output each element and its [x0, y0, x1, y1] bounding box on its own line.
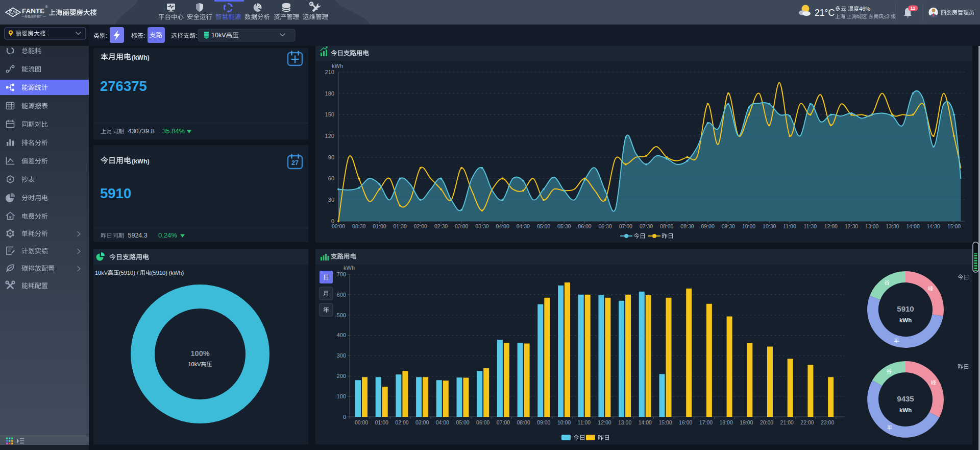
svg-text:11: 11	[911, 6, 916, 11]
svg-text:06:00: 06:00	[476, 419, 489, 425]
svg-text:®: ®	[45, 5, 48, 9]
svg-text:(kWh): (kWh)	[132, 158, 150, 165]
svg-text:13:00: 13:00	[865, 223, 878, 229]
svg-text:10:00: 10:00	[742, 223, 755, 229]
svg-text:05:30: 05:30	[557, 223, 571, 229]
svg-text:21°C: 21°C	[815, 8, 835, 18]
svg-text:17:00: 17:00	[699, 419, 713, 425]
svg-text:04:00: 04:00	[496, 223, 509, 229]
svg-text:0.24%: 0.24%	[158, 231, 177, 239]
svg-text:04:30: 04:30	[517, 223, 530, 229]
svg-text:15:00: 15:00	[658, 419, 672, 425]
svg-text:10kV: 10kV	[95, 270, 108, 276]
svg-text:FANTE: FANTE	[22, 7, 44, 15]
svg-text:0: 0	[343, 414, 346, 420]
svg-text:210: 210	[325, 69, 334, 75]
svg-text:kWh: kWh	[332, 63, 343, 69]
svg-text:01:00: 01:00	[373, 223, 386, 229]
svg-text:600: 600	[337, 292, 346, 298]
svg-text:15:00: 15:00	[947, 223, 961, 229]
svg-text:08:00: 08:00	[660, 223, 673, 229]
svg-text:13:30: 13:30	[886, 223, 899, 229]
svg-text:04:00: 04:00	[436, 419, 449, 425]
svg-text:100%: 100%	[191, 349, 210, 358]
svg-text:10kV: 10kV	[211, 32, 226, 39]
svg-text:14:30: 14:30	[927, 223, 940, 229]
svg-text:10:00: 10:00	[557, 419, 571, 425]
svg-text:03:00: 03:00	[415, 419, 429, 425]
svg-text:5924.3: 5924.3	[128, 232, 148, 239]
svg-text:06:00: 06:00	[578, 223, 591, 229]
svg-text::: :	[195, 32, 197, 39]
svg-text:100: 100	[337, 393, 346, 399]
svg-text:05:00: 05:00	[456, 419, 469, 425]
svg-text:00:00: 00:00	[332, 223, 345, 229]
svg-text:02:30: 02:30	[434, 223, 448, 229]
svg-text:¥: ¥	[9, 215, 12, 220]
svg-text:11:00: 11:00	[578, 419, 591, 425]
svg-text:18:00: 18:00	[720, 419, 733, 425]
svg-text:08:00: 08:00	[517, 419, 530, 425]
svg-text:12:00: 12:00	[598, 419, 611, 425]
svg-text:11:30: 11:30	[804, 223, 817, 229]
svg-text:300: 300	[337, 352, 346, 359]
svg-text:kWh: kWh	[899, 317, 912, 323]
svg-text:05:00: 05:00	[537, 223, 550, 229]
svg-text:200: 200	[337, 373, 346, 379]
svg-text:5910: 5910	[100, 185, 131, 201]
svg-text:27: 27	[291, 159, 299, 167]
svg-text:09:30: 09:30	[722, 223, 735, 229]
svg-text:150: 150	[325, 111, 334, 117]
svg-text:12:00: 12:00	[824, 223, 838, 229]
svg-text:276375: 276375	[100, 78, 147, 94]
svg-text:9435: 9435	[897, 394, 914, 403]
svg-text:(5910) /: (5910) /	[119, 270, 139, 276]
svg-text:180: 180	[325, 90, 334, 97]
svg-text:400: 400	[337, 332, 346, 338]
svg-text:kWh: kWh	[344, 265, 355, 271]
svg-text:07:00: 07:00	[497, 419, 510, 425]
svg-text:5910: 5910	[897, 304, 914, 313]
svg-text:06:30: 06:30	[599, 223, 612, 229]
svg-text:02:00: 02:00	[414, 223, 427, 229]
svg-text:07:00: 07:00	[619, 223, 632, 229]
svg-text:00:00: 00:00	[355, 419, 368, 425]
svg-text:00:30: 00:30	[352, 223, 365, 229]
svg-text:13:00: 13:00	[618, 419, 631, 425]
svg-text:≤3: ≤3	[884, 14, 890, 19]
svg-text:19:00: 19:00	[740, 419, 753, 425]
svg-text:09:00: 09:00	[701, 223, 715, 229]
svg-text:08:30: 08:30	[680, 223, 694, 229]
svg-text:(kWh): (kWh)	[132, 54, 150, 61]
svg-text::: :	[106, 32, 107, 39]
svg-text:10kV: 10kV	[188, 361, 202, 367]
svg-text:11:00: 11:00	[783, 223, 796, 229]
svg-text:10:30: 10:30	[763, 223, 776, 229]
svg-text:16:00: 16:00	[679, 419, 692, 425]
svg-text:14:00: 14:00	[639, 419, 652, 425]
svg-text:700: 700	[337, 271, 346, 277]
svg-text:09:00: 09:00	[537, 419, 550, 425]
svg-text:(5910) (kWh): (5910) (kWh)	[151, 270, 184, 276]
svg-text:01:30: 01:30	[394, 223, 407, 229]
svg-text:60: 60	[328, 175, 334, 181]
svg-text:kWh: kWh	[899, 407, 912, 413]
svg-text:12:30: 12:30	[845, 223, 858, 229]
svg-text:21:00: 21:00	[780, 419, 794, 425]
svg-text:500: 500	[337, 312, 346, 318]
svg-text:120: 120	[325, 133, 334, 139]
svg-text:20:00: 20:00	[760, 419, 773, 425]
svg-text:23:00: 23:00	[821, 419, 834, 425]
svg-text:03:30: 03:30	[475, 223, 488, 229]
svg-text:03:00: 03:00	[455, 223, 468, 229]
svg-text::: :	[143, 32, 145, 39]
svg-text:90: 90	[328, 154, 334, 160]
svg-text:35.84%: 35.84%	[162, 127, 185, 135]
svg-text:01:00: 01:00	[375, 419, 388, 425]
svg-text:22:00: 22:00	[800, 419, 814, 425]
svg-text:14:00: 14:00	[906, 223, 920, 229]
svg-text:430739.8: 430739.8	[128, 128, 155, 135]
svg-text:07:30: 07:30	[640, 223, 653, 229]
svg-text:46%: 46%	[859, 6, 870, 12]
svg-text:30: 30	[328, 197, 334, 203]
